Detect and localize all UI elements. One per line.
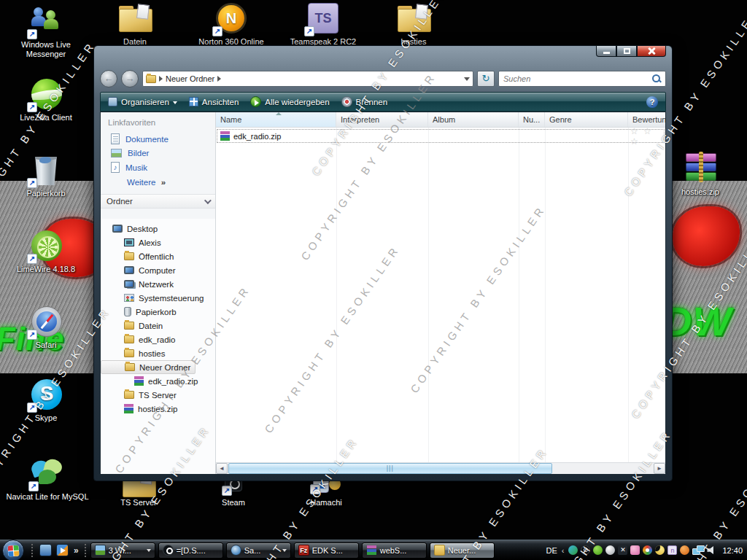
desktop-icon-papierkorb[interactable]: ↗ Papierkorb bbox=[6, 153, 86, 198]
close-button[interactable] bbox=[637, 46, 666, 57]
tree-item-neuer-ordner[interactable]: Neuer Ordner bbox=[101, 360, 196, 374]
scroll-left-icon[interactable]: ◄ bbox=[216, 463, 228, 474]
tray-moon-app-icon[interactable] bbox=[655, 545, 665, 555]
address-dropdown-icon[interactable] bbox=[464, 77, 470, 81]
recycle-bin-icon bbox=[124, 307, 131, 316]
tree-item-desktop[interactable]: Desktop bbox=[101, 222, 215, 236]
task-button-winrar[interactable]: webS... bbox=[362, 542, 427, 559]
burn-button[interactable]: Brennen bbox=[341, 96, 387, 107]
media-player-icon[interactable] bbox=[56, 544, 69, 556]
tree-item-papierkorb[interactable]: Papierkorb bbox=[101, 305, 215, 319]
tree-item-hosties[interactable]: hosties bbox=[101, 346, 215, 360]
desktop-icon-messenger[interactable]: ↗ Windows Live Messenger bbox=[6, 4, 86, 59]
file-row-edk-radio-zip[interactable]: edk_radio.zip ☆ ☆ ☆ bbox=[217, 129, 665, 143]
forward-button[interactable]: → bbox=[121, 70, 139, 88]
rating-stars[interactable]: ☆ ☆ ☆ bbox=[630, 126, 664, 147]
back-button[interactable]: ← bbox=[100, 70, 117, 88]
desktop-icon-navicat[interactable]: ↗ Navicat Lite for MySQL bbox=[0, 456, 95, 502]
favorite-bilder[interactable]: Bilder bbox=[101, 147, 215, 160]
tree-item-edk-radio[interactable]: edk_radio bbox=[101, 332, 215, 346]
horizontal-scrollbar[interactable]: ◄ ► bbox=[216, 462, 665, 474]
tree-item-ts-server[interactable]: TS Server bbox=[101, 388, 215, 402]
tray-sphere-icon[interactable] bbox=[605, 545, 615, 555]
column-header-bewertung[interactable]: Bewertun bbox=[628, 112, 665, 127]
more-links[interactable]: Weitere » bbox=[101, 175, 215, 191]
language-indicator[interactable]: DE bbox=[546, 546, 557, 555]
desktop-icon-hosties[interactable]: hosties bbox=[374, 1, 454, 47]
organize-button[interactable]: Organisieren bbox=[108, 97, 177, 106]
show-desktop-icon[interactable] bbox=[39, 544, 52, 556]
toolbar-grip bbox=[31, 544, 34, 557]
search-input[interactable] bbox=[503, 74, 652, 83]
tray-navicat-icon[interactable] bbox=[568, 545, 578, 555]
tray-collapse-chevron[interactable]: ‹ bbox=[562, 546, 565, 555]
tree-item-netzwerk[interactable]: Netzwerk bbox=[101, 277, 215, 291]
folder-icon bbox=[398, 6, 430, 31]
shortcut-arrow-icon: ↗ bbox=[212, 26, 222, 36]
task-button-safari-group[interactable]: Sa... bbox=[226, 542, 291, 559]
desktop-icon-label: Steam bbox=[193, 498, 274, 508]
breadcrumb-segment[interactable]: Neuer Ordner bbox=[166, 74, 214, 83]
tree-item-datein[interactable]: Datein bbox=[101, 319, 215, 332]
breadcrumb[interactable]: Neuer Ordner bbox=[142, 71, 473, 87]
desktop-icon-teamspeak[interactable]: TS ↗ Teamspeak 2 RC2 bbox=[283, 1, 363, 47]
winrar-icon bbox=[686, 153, 716, 182]
scroll-right-icon[interactable]: ► bbox=[654, 463, 665, 474]
play-all-button[interactable]: Alle wiedergeben bbox=[250, 96, 329, 107]
tree-item-alexis[interactable]: Alexis bbox=[101, 236, 215, 249]
folder-icon bbox=[434, 545, 445, 556]
documents-icon bbox=[111, 133, 120, 144]
clock[interactable]: 12:40 bbox=[722, 546, 743, 555]
column-header-name[interactable]: Name bbox=[216, 112, 336, 127]
quicklaunch-overflow-chevron[interactable]: » bbox=[74, 545, 79, 556]
search-box[interactable] bbox=[498, 71, 666, 87]
shortcut-arrow-icon: ↗ bbox=[27, 402, 37, 413]
volume-icon[interactable] bbox=[707, 546, 716, 555]
favorite-dokumente[interactable]: Dokumente bbox=[101, 131, 215, 147]
task-button-filezilla[interactable]: Fz EDK S... bbox=[294, 542, 359, 559]
task-button-neuer-ordner[interactable]: Neuer... bbox=[430, 542, 495, 559]
column-header-genre[interactable]: Genre bbox=[545, 112, 628, 127]
maximize-button[interactable] bbox=[616, 46, 637, 57]
tree-item-computer[interactable]: Computer bbox=[101, 263, 215, 277]
filezilla-icon: Fz bbox=[298, 545, 309, 556]
desktop-icon-safari[interactable]: ↗ Safari bbox=[6, 305, 86, 350]
start-button[interactable] bbox=[2, 540, 24, 560]
tree-item-edk-radio-zip[interactable]: edk_radio.zip bbox=[101, 374, 215, 388]
desktop-icon-livezilla[interactable]: ↗ LiveZilla Client bbox=[6, 77, 86, 122]
minimize-button[interactable] bbox=[596, 46, 616, 57]
column-header-interpreten[interactable]: Interpreten bbox=[336, 112, 428, 127]
help-button[interactable]: ? bbox=[646, 96, 658, 108]
desktop-icon-limewire[interactable]: ↗ LimeWire 4.18.8 bbox=[6, 229, 86, 274]
shortcut-arrow-icon: ↗ bbox=[27, 29, 37, 39]
messenger-icon bbox=[95, 545, 106, 556]
network-status-icon[interactable] bbox=[692, 545, 704, 555]
tree-item-systemsteuerung[interactable]: Systemsteuerung bbox=[101, 291, 215, 305]
folders-band[interactable]: Ordner bbox=[101, 194, 215, 209]
tray-orange-app-icon[interactable] bbox=[680, 545, 689, 555]
task-button-messenger-group[interactable]: 3 Wi... bbox=[90, 542, 155, 559]
folder-icon bbox=[124, 322, 134, 330]
tray-close-app-icon[interactable]: ✕ bbox=[618, 545, 627, 555]
scrollbar-thumb[interactable] bbox=[228, 463, 552, 474]
desktop-icon-datein[interactable]: Datein bbox=[95, 1, 175, 47]
folder-icon bbox=[119, 6, 151, 31]
tray-lilac-app-icon[interactable]: n bbox=[667, 545, 677, 555]
tree-item-oeffentlich[interactable]: Öffentlich bbox=[101, 249, 215, 263]
desktop-icon-skype[interactable]: S ↗ Skype bbox=[6, 378, 86, 423]
task-button-steam[interactable]: =[D.S.... bbox=[158, 542, 223, 559]
column-header-album[interactable]: Album bbox=[428, 112, 519, 127]
tray-swirl-app-icon[interactable] bbox=[643, 545, 652, 555]
search-icon[interactable] bbox=[652, 74, 661, 83]
tray-pink-app-icon[interactable] bbox=[630, 545, 640, 555]
file-list: Name Interpreten Album Nu... Genre Bewer… bbox=[216, 112, 665, 474]
desktop: Fine DW Datein N ↗ Norton 360 Online TS … bbox=[0, 0, 747, 560]
tray-livezilla-icon[interactable] bbox=[593, 545, 603, 555]
refresh-button[interactable]: ↻ bbox=[477, 71, 495, 87]
favorite-musik[interactable]: ♪ Musik bbox=[101, 160, 215, 175]
column-header-nummer[interactable]: Nu... bbox=[519, 112, 545, 127]
tree-item-hosties-zip[interactable]: hosties.zip bbox=[101, 402, 215, 416]
desktop-icon-norton[interactable]: N ↗ Norton 360 Online bbox=[191, 1, 271, 47]
views-button[interactable]: Ansichten bbox=[189, 97, 239, 106]
tray-steam-icon[interactable] bbox=[581, 545, 590, 555]
